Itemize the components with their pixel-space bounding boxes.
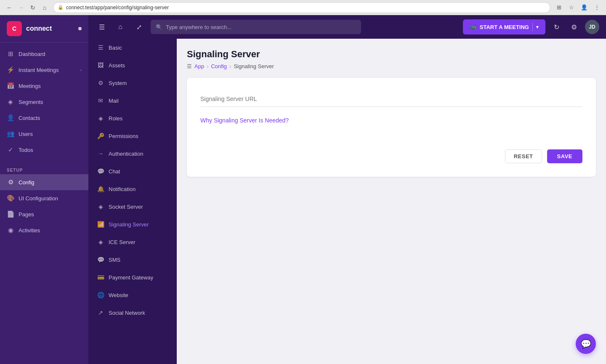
sidebar-item-activities[interactable]: ◉ Activities	[0, 222, 88, 238]
start-meeting-divider	[532, 23, 533, 31]
segments-icon: ◈	[7, 98, 14, 106]
permissions-icon: 🔑	[97, 132, 104, 140]
menu-toggle-button[interactable]: ☰	[95, 20, 109, 34]
breadcrumb-sep2: ›	[229, 63, 231, 69]
sms-icon: 💬	[97, 256, 104, 263]
settings-button[interactable]: ⚙	[567, 20, 581, 34]
mail-icon: ✉	[97, 97, 104, 104]
sidebar-item-todos[interactable]: ✓ Todos	[0, 142, 88, 158]
profile-button[interactable]: 👤	[579, 3, 589, 13]
ice-server-label: ICE Server	[109, 239, 136, 245]
start-meeting-icon: 📹	[470, 24, 476, 30]
instant-meetings-icon: ⚡	[7, 66, 14, 74]
avatar-button[interactable]: JD	[585, 20, 599, 34]
main-content: Signaling Server ☰ App › Config › Signal…	[177, 39, 606, 364]
breadcrumb-icon: ☰	[187, 63, 192, 69]
roles-label: Roles	[109, 115, 122, 122]
config-nav-socket-server[interactable]: ◈ Socket Server	[88, 198, 177, 215]
fullscreen-button[interactable]: ⤢	[132, 20, 146, 34]
logo-area: C connect	[0, 15, 88, 43]
home-button[interactable]: ⌂	[40, 3, 50, 13]
bookmark-button[interactable]: ☆	[566, 3, 577, 13]
back-button[interactable]: ←	[4, 3, 14, 13]
config-nav-sms[interactable]: 💬 SMS	[88, 251, 177, 268]
extensions-button[interactable]: ⊞	[554, 3, 564, 13]
sidebar-item-ui-configuration[interactable]: 🎨 UI Configuration	[0, 190, 88, 206]
sidebar-item-pages[interactable]: 📄 Pages	[0, 206, 88, 222]
social-network-label: Social Network	[109, 310, 145, 316]
page-title: Signaling Server	[187, 49, 596, 60]
ui-configuration-label: UI Configuration	[19, 195, 58, 202]
start-meeting-label: START A MEETING	[480, 24, 529, 30]
refresh-button[interactable]: ↻	[28, 3, 38, 13]
config-nav-mail[interactable]: ✉ Mail	[88, 92, 177, 109]
config-nav-system[interactable]: ⚙ System	[88, 74, 177, 92]
config-nav-notification[interactable]: 🔔 Notification	[88, 180, 177, 198]
pages-label: Pages	[19, 211, 34, 218]
config-nav-ice-server[interactable]: ◈ ICE Server	[88, 233, 177, 251]
sidebar-item-config[interactable]: ⚙ Config	[0, 174, 88, 190]
basic-label: Basic	[109, 45, 122, 51]
app-main: ☰ ⌂ ⤢ 🔍 Type anywhere to search... 📹 STA…	[88, 15, 606, 364]
notification-icon: 🔔	[97, 185, 104, 193]
sidebar-item-users[interactable]: 👥 Users	[0, 126, 88, 142]
breadcrumb-app[interactable]: App	[194, 63, 204, 69]
breadcrumb-sep1: ›	[207, 63, 208, 69]
top-header: ☰ ⌂ ⤢ 🔍 Type anywhere to search... 📹 STA…	[88, 15, 606, 39]
config-nav-chat[interactable]: 💬 Chat	[88, 162, 177, 180]
config-nav-payment-gateway[interactable]: 💳 Payment Gateway	[88, 268, 177, 286]
logo-dot	[78, 27, 82, 30]
sidebar-item-dashboard[interactable]: ⊞ Dashboard	[0, 46, 88, 62]
config-nav-social-network[interactable]: ↗ Social Network	[88, 304, 177, 321]
config-nav-basic[interactable]: ☰ Basic	[88, 39, 177, 56]
payment-gateway-icon: 💳	[97, 274, 104, 281]
segments-label: Segments	[19, 99, 43, 105]
pages-icon: 📄	[7, 210, 14, 218]
dashboard-label: Dashboard	[19, 51, 45, 57]
activities-label: Activities	[19, 227, 40, 234]
chat-fab-button[interactable]: 💬	[576, 334, 596, 354]
config-label: Config	[19, 179, 35, 186]
breadcrumb-config[interactable]: Config	[211, 63, 227, 69]
save-button[interactable]: SAVE	[547, 149, 582, 163]
search-icon: 🔍	[156, 24, 162, 30]
chat-label: Chat	[109, 168, 120, 175]
todos-icon: ✓	[7, 146, 14, 154]
sidebar-item-meetings[interactable]: 📅 Meetings	[0, 78, 88, 94]
sidebar-item-instant-meetings[interactable]: ⚡ Instant Meetings ›	[0, 62, 88, 78]
users-icon: 👥	[7, 130, 14, 138]
mail-label: Mail	[109, 98, 119, 104]
website-icon: 🌐	[97, 291, 104, 299]
config-nav-signaling-server[interactable]: 📶 Signaling Server	[88, 215, 177, 233]
search-placeholder: Type anywhere to search...	[166, 24, 231, 30]
sidebar-item-segments[interactable]: ◈ Segments	[0, 94, 88, 110]
form-actions: RESET SAVE	[200, 149, 582, 163]
start-meeting-button[interactable]: 📹 START A MEETING ▾	[463, 19, 545, 35]
forward-button[interactable]: →	[16, 3, 26, 13]
more-button[interactable]: ⋮	[592, 3, 602, 13]
config-nav-assets[interactable]: 🖼 Assets	[88, 56, 177, 74]
config-nav-website[interactable]: 🌐 Website	[88, 286, 177, 304]
config-nav-permissions[interactable]: 🔑 Permissions	[88, 127, 177, 145]
contacts-label: Contacts	[19, 115, 40, 121]
assets-label: Assets	[109, 62, 125, 69]
help-link[interactable]: Why Signaling Server Is Needed?	[200, 117, 289, 124]
reset-button[interactable]: RESET	[505, 149, 542, 163]
sidebar-item-contacts[interactable]: 👤 Contacts	[0, 110, 88, 126]
logo-text: connect	[26, 25, 52, 32]
ui-config-icon: 🎨	[7, 194, 14, 202]
search-bar[interactable]: 🔍 Type anywhere to search...	[151, 20, 361, 34]
address-bar[interactable]: 🔒 connect.test/app/panel/config/signalin…	[53, 2, 550, 13]
signaling-server-url-input[interactable]	[200, 91, 582, 107]
socket-server-label: Socket Server	[109, 204, 143, 210]
breadcrumb-current: Signaling Server	[234, 63, 274, 69]
config-nav-roles[interactable]: ◈ Roles	[88, 109, 177, 127]
signaling-server-icon: 📶	[97, 221, 104, 228]
authentication-icon: →	[97, 150, 104, 157]
form-card: Why Signaling Server Is Needed? RESET SA…	[187, 78, 596, 177]
config-icon: ⚙	[7, 178, 14, 186]
home-nav-button[interactable]: ⌂	[114, 20, 127, 34]
config-nav-authentication[interactable]: → Authentication	[88, 145, 177, 162]
signaling-server-label: Signaling Server	[109, 221, 149, 228]
refresh-action-button[interactable]: ↻	[550, 20, 563, 34]
